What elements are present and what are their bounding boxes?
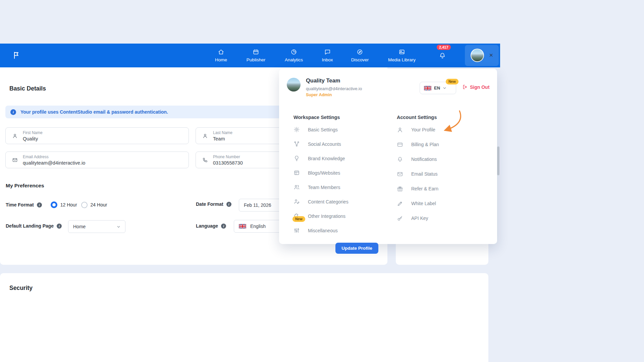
menu-item-notifications[interactable]: Notifications <box>397 152 439 167</box>
key-icon <box>397 215 403 222</box>
user-icon <box>202 133 208 139</box>
menu-label: Social Accounts <box>308 141 341 147</box>
pen-icon <box>397 200 403 207</box>
user-icon <box>12 133 18 139</box>
time-format-label: Time Format <box>6 202 34 207</box>
navbar-avatar[interactable] <box>471 49 484 62</box>
date-format-value: Feb 11, 2026 <box>244 202 271 208</box>
language-code: EN <box>434 85 440 90</box>
menu-item-billing-plan[interactable]: Billing & Plan <box>397 137 439 152</box>
my-preferences-title: My Preferences <box>6 183 44 189</box>
chevron-down-icon <box>117 225 120 229</box>
menu-item-blogs-websites[interactable]: Blogs/Websites <box>293 166 348 180</box>
menu-label: Team Members <box>308 185 340 190</box>
menu-label: Refer & Earn <box>411 186 438 191</box>
profile-menu-zone: ✕ <box>465 45 499 66</box>
info-icon[interactable]: i <box>37 202 42 207</box>
landing-page-label: Default Landing Page <box>6 223 54 229</box>
menu-item-api-key[interactable]: API Key <box>397 211 439 226</box>
email-label: Email Address <box>23 155 85 159</box>
menu-label: Billing & Plan <box>411 142 439 147</box>
share-network-icon <box>293 141 300 147</box>
nav-media-library[interactable]: Media Library <box>388 44 416 67</box>
nav-analytics-label: Analytics <box>285 57 303 62</box>
menu-item-social-accounts[interactable]: Social Accounts <box>293 137 348 151</box>
chat-icon <box>324 49 331 55</box>
security-title: Security <box>9 285 33 292</box>
menu-label: Your Profile <box>411 127 435 132</box>
landing-page-select[interactable]: Home <box>68 220 125 233</box>
nav-publisher[interactable]: Publisher <box>247 44 265 67</box>
nav-inbox-label: Inbox <box>322 57 333 62</box>
nav-analytics[interactable]: Analytics <box>285 44 303 67</box>
phone-value: 03130558730 <box>213 160 243 166</box>
menu-item-refer-earn[interactable]: Refer & Earn <box>397 181 439 196</box>
profile-email: qualityteam@d4interactive.io <box>306 86 362 91</box>
menu-label: Content Categories <box>308 199 348 204</box>
language-labelrow: Language i <box>196 223 226 229</box>
menu-item-your-profile[interactable]: Your Profile <box>397 122 439 137</box>
menu-label: White Label <box>411 201 436 206</box>
nav-inbox[interactable]: Inbox <box>322 44 333 67</box>
nav-home[interactable]: Home <box>215 44 227 67</box>
users-icon <box>293 184 300 190</box>
home-icon <box>218 49 224 55</box>
first-name-value: Quality <box>23 136 43 141</box>
radio-12-hour-label: 12 Hour <box>60 202 77 207</box>
email-field[interactable]: Email Addressqualityteam@d4interactive.i… <box>5 152 189 168</box>
menu-item-team-members[interactable]: Team Members <box>293 180 348 194</box>
info-icon[interactable]: i <box>57 224 62 229</box>
language-label: Language <box>196 223 218 229</box>
menu-item-miscellaneous[interactable]: Miscellaneous <box>293 223 348 238</box>
radio-24-hour[interactable] <box>81 202 88 208</box>
time-format-row: Time Format i 12 Hour 24 Hour <box>6 201 107 208</box>
menu-label: Email Status <box>411 171 438 177</box>
menu-item-content-categories[interactable]: Content Categories <box>293 194 348 209</box>
nav-publisher-label: Publisher <box>247 57 265 62</box>
notification-count-badge: 2,417 <box>437 45 451 50</box>
chevron-down-icon <box>443 86 446 90</box>
landing-page-labelrow: Default Landing Page i <box>6 223 62 229</box>
browser-icon <box>293 170 300 176</box>
auth-info-text: Your profile uses ContentStudio email & … <box>20 109 168 115</box>
info-icon[interactable]: i <box>226 202 231 207</box>
sign-out-button[interactable]: Sign Out <box>462 84 489 90</box>
user-pen-icon <box>293 198 300 205</box>
last-name-label: Last Name <box>213 130 232 135</box>
language-new-badge: New <box>446 79 459 84</box>
other-integrations-new-badge: New <box>292 216 305 222</box>
menu-item-email-status[interactable]: Email Status <box>397 167 439 181</box>
sliders-icon <box>293 227 300 234</box>
info-icon[interactable]: i <box>221 224 226 229</box>
menu-item-white-label[interactable]: White Label <box>397 196 439 211</box>
radio-12-hour[interactable] <box>51 201 57 208</box>
gift-icon <box>397 186 403 192</box>
account-settings-title: Account Settings <box>397 115 437 120</box>
close-icon[interactable]: ✕ <box>489 52 493 58</box>
lightbulb-icon <box>293 155 300 162</box>
email-value: qualityteam@d4interactive.io <box>23 160 85 166</box>
radio-24-hour-label: 24 Hour <box>91 202 107 207</box>
contentstudio-logo-icon[interactable] <box>12 51 21 60</box>
menu-label: Miscellaneous <box>308 228 338 233</box>
compass-icon <box>357 49 363 55</box>
user-icon <box>397 127 403 133</box>
menu-item-brand-knowledge[interactable]: Brand Knowledge <box>293 151 348 166</box>
scrollbar-thumb[interactable] <box>497 146 499 175</box>
pie-chart-icon <box>290 49 297 55</box>
annotation-arrow <box>440 108 470 135</box>
menu-item-basic-settings[interactable]: Basic Settings <box>293 122 348 137</box>
profile-avatar <box>287 78 301 92</box>
menu-item-other-integrations[interactable]: Other Integrations New <box>293 209 348 223</box>
nav-discover[interactable]: Discover <box>351 44 369 67</box>
app-screen: Home Publisher Analytics Inbox Discover … <box>0 0 644 362</box>
menu-label: Blogs/Websites <box>308 170 340 176</box>
menu-label: API Key <box>411 216 428 221</box>
basic-details-title: Basic Details <box>9 85 46 92</box>
image-icon <box>398 49 405 55</box>
update-profile-button[interactable]: Update Profile <box>335 243 378 254</box>
notifications-button[interactable]: 2,417 <box>435 44 450 67</box>
first-name-field[interactable]: First NameQuality <box>5 127 189 144</box>
profile-name: Quality Team <box>306 77 340 84</box>
bell-icon <box>397 156 403 163</box>
